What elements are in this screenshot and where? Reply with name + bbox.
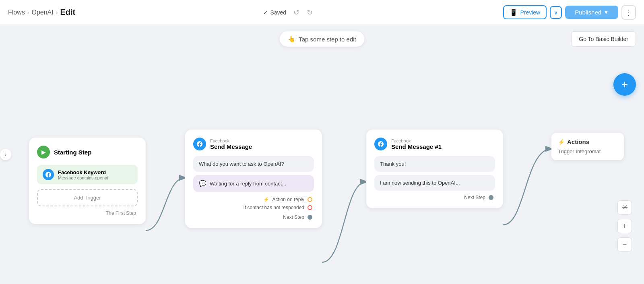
send-platform: Facebook <box>210 138 252 143</box>
reply-connector-dot <box>308 197 312 202</box>
hint-bar: 👆 Tap some step to edit <box>280 31 364 47</box>
actions-header: ⚡ Actions <box>558 138 617 145</box>
more-options-button[interactable]: ⋮ <box>621 5 636 20</box>
chevron-icon: › <box>27 9 29 16</box>
asterisk-control[interactable]: ✳ <box>617 200 632 215</box>
breadcrumb: Flows › OpenAI › Edit <box>8 8 75 17</box>
hint-text: Tap some step to edit <box>299 36 356 43</box>
facebook-send-icon <box>193 138 206 150</box>
send-2-next-step-dot <box>489 195 493 200</box>
hint-icon: 👆 <box>288 35 295 43</box>
first-step-label: The First Step <box>37 210 138 216</box>
action-on-reply-label: Action on reply <box>272 197 304 202</box>
no-reply-connector-dot <box>308 205 312 210</box>
send-2-platform: Facebook <box>391 138 442 143</box>
zoom-in-button[interactable]: + <box>617 219 632 233</box>
not-responded-label: If contact has not responded <box>244 205 304 210</box>
undo-button[interactable]: ↺ <box>291 6 302 19</box>
starting-title: Starting Step <box>54 149 91 156</box>
send-card-2-meta: Facebook Send Message #1 <box>391 138 442 150</box>
actions-card[interactable]: ⚡ Actions Trigger Integromat <box>551 133 624 160</box>
send-2-next-step-row: Next Step <box>374 195 495 200</box>
no-reply-row: If contact has not responded <box>193 205 314 210</box>
next-step-label: Next Step <box>283 214 304 220</box>
saved-status: ✓ Saved <box>263 9 286 16</box>
starting-header: ▶ Starting Step <box>37 146 138 158</box>
waiting-bubble: 💬 Waiting for a reply from contact... <box>193 175 314 192</box>
go-to-basic-button[interactable]: Go To Basic Builder <box>571 31 636 47</box>
action-on-reply-row: ⚡ Action on reply <box>193 197 314 202</box>
breadcrumb-flows[interactable]: Flows <box>8 9 25 16</box>
chat-icon: 💬 <box>199 180 206 187</box>
preview-dropdown-button[interactable]: ∨ <box>550 6 562 19</box>
header-right: 📱 Preview ∨ Published ▼ ⋮ <box>503 5 636 20</box>
send-2-message-1: Thank you! <box>374 156 495 172</box>
trigger-name: Facebook Keyword <box>58 169 108 175</box>
canvas: 👆 Tap some step to edit Go To Basic Buil… <box>0 25 644 284</box>
facebook-trigger-icon <box>43 169 54 180</box>
lightning-icon: ⚡ <box>558 139 565 145</box>
sidebar-toggle[interactable]: › <box>0 149 11 160</box>
send-card-meta: Facebook Send Message <box>210 138 252 150</box>
add-step-fab[interactable]: + <box>613 73 636 96</box>
next-step-dot <box>308 215 312 220</box>
trigger-sub: Message contains openai <box>58 175 108 180</box>
redo-button[interactable]: ↻ <box>304 6 315 19</box>
send-card-header: Facebook Send Message <box>193 138 314 150</box>
preview-button[interactable]: 📱 Preview <box>503 5 547 19</box>
send-message-1-card[interactable]: Facebook Send Message #1 Thank you! I am… <box>366 130 503 208</box>
send-card-2-header: Facebook Send Message #1 <box>374 138 495 150</box>
published-button[interactable]: Published ▼ <box>565 6 618 19</box>
trigger-item[interactable]: Facebook Keyword Message contains openai <box>37 165 138 184</box>
actions-title: Actions <box>567 138 589 145</box>
send-2-title: Send Message #1 <box>391 143 442 150</box>
published-label: Published <box>575 9 601 16</box>
starting-step-card[interactable]: ▶ Starting Step Facebook Keyword Message… <box>29 138 146 224</box>
check-icon: ✓ <box>263 9 268 16</box>
mobile-icon: 📱 <box>510 8 518 16</box>
next-step-row: Next Step <box>193 214 314 220</box>
breadcrumb-openai[interactable]: OpenAI <box>31 9 53 16</box>
send-message-bubble: What do you want to ask to OpenAI? <box>193 156 314 172</box>
send-2-next-step-label: Next Step <box>464 195 485 200</box>
facebook-send-1-icon <box>374 138 387 150</box>
lightning-reply-icon: ⚡ <box>263 197 269 202</box>
zoom-out-button[interactable]: − <box>617 237 632 252</box>
dropdown-arrow-icon: ▼ <box>604 10 609 15</box>
waiting-text: Waiting for a reply from contact... <box>210 181 286 187</box>
actions-sub: Trigger Integromat <box>558 148 617 154</box>
saved-label: Saved <box>270 9 286 16</box>
add-trigger-button[interactable]: Add Trigger <box>37 189 138 206</box>
send-message-card[interactable]: Facebook Send Message What do you want t… <box>185 130 322 228</box>
chevron-icon-2: › <box>56 9 58 16</box>
play-icon: ▶ <box>37 146 50 158</box>
right-controls: ✳ + − <box>617 200 632 252</box>
breadcrumb-edit: Edit <box>60 8 75 17</box>
send-2-message-2: I am now sending this to OpenAI... <box>374 175 495 191</box>
header: Flows › OpenAI › Edit ✓ Saved ↺ ↻ 📱 Prev… <box>0 0 644 25</box>
send-title: Send Message <box>210 143 252 150</box>
trigger-text: Facebook Keyword Message contains openai <box>58 169 108 180</box>
preview-label: Preview <box>520 9 540 16</box>
header-center: ✓ Saved ↺ ↻ <box>263 6 315 19</box>
undo-redo-group: ↺ ↻ <box>291 6 315 19</box>
